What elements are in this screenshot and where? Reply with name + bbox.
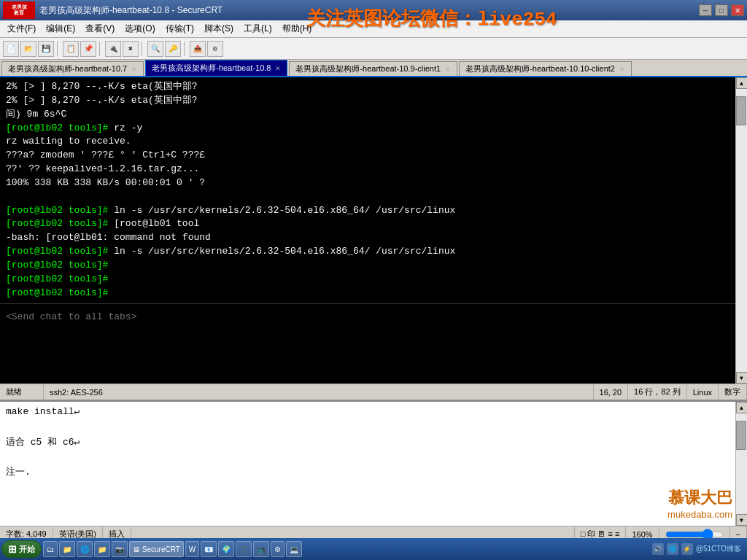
lower-panel: make install↵ 适合 c5 和 c6↵ 注一. 慕课大巴 muked…: [0, 400, 747, 542]
lower-scroll-thumb[interactable]: [736, 421, 746, 450]
zoom-slider[interactable]: [665, 530, 724, 539]
tb-sftp-btn[interactable]: 📤: [190, 41, 206, 57]
tb-key-btn[interactable]: 🔑: [165, 41, 181, 57]
term-line-15: [root@lb02 tools]#: [6, 287, 729, 300]
tb-copy-btn[interactable]: 📋: [63, 41, 79, 57]
menu-transfer[interactable]: 传输(T): [161, 21, 198, 36]
tab-3-close[interactable]: ✕: [619, 66, 625, 73]
term-line-1: 2% [> ] 8,270 --.-K/s eta(英国中部?: [6, 94, 729, 108]
taskbar-task-10[interactable]: 📺: [253, 541, 269, 557]
terminal-status-bar: 就绪 ssh2: AES-256 16, 20 16 行，82 列 Linux …: [0, 384, 747, 400]
tab-2-close[interactable]: ✕: [445, 66, 451, 73]
lower-line-3: [6, 450, 732, 465]
status-ready: 就绪: [0, 384, 44, 400]
lower-scroll-down[interactable]: ▼: [736, 514, 748, 526]
taskbar-task-8[interactable]: 🌍: [218, 541, 234, 557]
watermark-line2: mukedaba.com: [667, 509, 732, 520]
term-line-6: ??' ?? keepalived-1.2.16.tar.gz...: [6, 163, 729, 176]
lower-scroll-up[interactable]: ▲: [736, 402, 748, 413]
lower-watermark: 慕课大巴 mukedaba.com: [667, 487, 732, 520]
terminal-content[interactable]: 2% [> ] 8,270 --.-K/s eta(英国中部? 2% [> ] …: [0, 77, 735, 303]
title-bar: 老男孩教育 老男孩高级架构师-heartbeat-10.8 - SecureCR…: [0, 0, 747, 20]
taskbar-task-11[interactable]: ⚙: [271, 541, 285, 557]
tb-connect-btn[interactable]: 🔌: [105, 41, 121, 57]
term-line-10: [root@lb02 tools]# [root@lb01 tool: [6, 217, 729, 231]
terminal-main[interactable]: 2% [> ] 8,270 --.-K/s eta(英国中部? 2% [> ] …: [0, 77, 735, 384]
tb-open-btn[interactable]: 📂: [20, 41, 36, 57]
taskbar-task-2[interactable]: 🌐: [77, 541, 93, 557]
menu-file[interactable]: 文件(F): [3, 21, 40, 36]
term-line-12: [root@lb02 tools]# ln -s /usr/src/kernel…: [6, 245, 729, 259]
menu-tools[interactable]: 工具(L): [239, 21, 276, 36]
menu-view[interactable]: 查看(V): [81, 21, 119, 36]
taskbar-task-7[interactable]: 📧: [201, 541, 217, 557]
status-mode: 数字: [719, 384, 747, 400]
lower-scrollbar[interactable]: ▲ ▼: [735, 402, 747, 526]
taskbar-task-12[interactable]: 💻: [286, 541, 302, 557]
status-pos2: 16 行，82 列: [628, 384, 687, 400]
taskbar-task-0[interactable]: 🗂: [43, 541, 58, 557]
start-button[interactable]: ⊞ 开始: [1, 540, 42, 558]
toolbar-sep-1: [57, 42, 60, 56]
tb-save-btn[interactable]: 💾: [38, 41, 54, 57]
scroll-up-arrow[interactable]: ▲: [736, 77, 748, 89]
lower-scroll-track[interactable]: [736, 413, 747, 514]
tabs-bar: 老男孩高级架构师-heartbeat-10.7 ✕ 老男孩高级架构师-heart…: [0, 60, 747, 77]
terminal-scrollbar[interactable]: ▲ ▼: [735, 77, 747, 384]
toolbar-sep-2: [99, 42, 102, 56]
tab-3[interactable]: 老男孩高级架构师-heartbeat-10.10-client2 ✕: [459, 61, 632, 76]
term-line-7: 100% 338 KB 338 KB/s 00:00:01 0 ' ?: [6, 176, 729, 190]
lower-content[interactable]: make install↵ 适合 c5 和 c6↵ 注一.: [0, 402, 747, 483]
menu-bar: 文件(F) 编辑(E) 查看(V) 选项(O) 传输(T) 脚本(S) 工具(L…: [0, 20, 747, 38]
sys-icon-0[interactable]: 🔊: [652, 543, 664, 555]
taskbar-task-9[interactable]: 🎵: [236, 541, 252, 557]
term-line-13: [root@lb02 tools]#: [6, 259, 729, 273]
taskbar: ⊞ 开始 🗂 📁 🌐 📁 📷 🖥 SecureCRT W 📧 🌍 🎵 📺 ⚙ 💻…: [0, 538, 747, 560]
scroll-track[interactable]: [736, 89, 747, 372]
tb-new-btn[interactable]: 📄: [3, 41, 19, 57]
term-line-5: ???a? zmodem ' ???£ ° ' Ctrl+C ???£: [6, 149, 729, 163]
tb-paste-btn[interactable]: 📌: [80, 41, 96, 57]
menu-options[interactable]: 选项(O): [120, 21, 159, 36]
maximize-button[interactable]: □: [715, 4, 728, 16]
tab-0-close[interactable]: ✕: [131, 66, 137, 73]
taskbar-items: 🗂 📁 🌐 📁 📷 🖥 SecureCRT W 📧 🌍 🎵 📺 ⚙ 💻: [43, 541, 646, 557]
menu-script[interactable]: 脚本(S): [200, 21, 238, 36]
taskbar-task-5[interactable]: 🖥 SecureCRT: [129, 541, 184, 557]
sys-icon-1[interactable]: 🌐: [667, 543, 678, 555]
taskbar-right: 🔊 🌐 ⚡ @51CTO博客: [648, 543, 746, 555]
tb-search-btn[interactable]: 🔍: [147, 41, 163, 57]
term-line-8: [6, 190, 729, 204]
chat-bar: [0, 303, 735, 330]
lower-line-2: 适合 c5 和 c6↵: [6, 435, 732, 451]
window-title: 老男孩高级架构师-heartbeat-10.8 - SecureCRT: [39, 4, 222, 17]
status-pos1: 16, 20: [594, 384, 629, 400]
sys-icon-2[interactable]: ⚡: [681, 543, 693, 555]
tab-1[interactable]: 老男孩高级架构师-heartbeat-10.8 ✕: [145, 60, 287, 76]
scroll-thumb[interactable]: [736, 96, 746, 125]
taskbar-time: @51CTO博客: [696, 544, 741, 554]
taskbar-task-4[interactable]: 📷: [112, 541, 128, 557]
status-ssh: ssh2: AES-256: [44, 384, 594, 400]
tb-settings-btn[interactable]: ⚙: [207, 41, 223, 57]
taskbar-task-6[interactable]: W: [185, 541, 199, 557]
minimize-button[interactable]: ─: [699, 4, 712, 16]
tab-1-close[interactable]: ✕: [275, 65, 281, 72]
lower-line-0: make install↵: [6, 405, 732, 420]
lower-line-1: [6, 420, 732, 435]
term-line-0: 2% [> ] 8,270 --.-K/s eta(英国中部?: [6, 80, 729, 94]
menu-help[interactable]: 帮助(H): [278, 21, 317, 36]
terminal-wrapper: 2% [> ] 8,270 --.-K/s eta(英国中部? 2% [> ] …: [0, 77, 747, 384]
taskbar-task-1[interactable]: 📁: [59, 541, 75, 557]
status-os: Linux: [687, 384, 719, 400]
scroll-down-arrow[interactable]: ▼: [736, 372, 748, 384]
taskbar-task-3[interactable]: 📁: [94, 541, 110, 557]
tab-2[interactable]: 老男孩高级架构师-heartbeat-10.9-client1 ✕: [289, 61, 457, 76]
close-button[interactable]: ✕: [731, 4, 744, 16]
tb-disconnect-btn[interactable]: ✖: [123, 41, 139, 57]
tab-0[interactable]: 老男孩高级架构师-heartbeat-10.7 ✕: [1, 61, 144, 76]
toolbar-sep-4: [184, 42, 187, 56]
chat-input[interactable]: [6, 311, 729, 322]
term-line-11: -bash: [root@lb01: command not found: [6, 231, 729, 245]
menu-edit[interactable]: 编辑(E): [42, 21, 80, 36]
